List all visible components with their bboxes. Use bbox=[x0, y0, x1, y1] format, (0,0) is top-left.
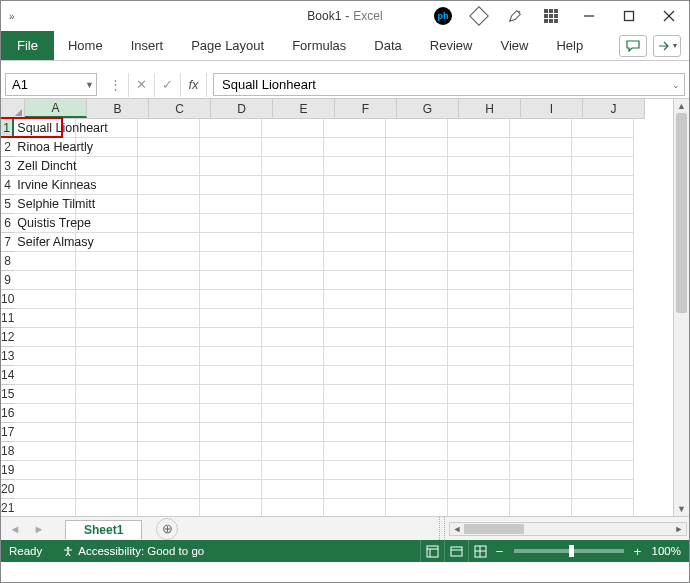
cell-A9[interactable] bbox=[14, 271, 76, 290]
cell-E4[interactable] bbox=[262, 176, 324, 195]
cell-A4[interactable]: Irvine Kinneas bbox=[14, 176, 76, 195]
cell-B4[interactable] bbox=[76, 176, 138, 195]
cell-F8[interactable] bbox=[324, 252, 386, 271]
cell-H16[interactable] bbox=[448, 404, 510, 423]
cell-E11[interactable] bbox=[262, 309, 324, 328]
cell-J21[interactable] bbox=[572, 499, 634, 516]
sheet-nav-next-icon[interactable]: ► bbox=[29, 519, 49, 539]
scroll-right-icon[interactable]: ► bbox=[672, 523, 686, 535]
cell-I12[interactable] bbox=[510, 328, 572, 347]
cell-F11[interactable] bbox=[324, 309, 386, 328]
column-header-F[interactable]: F bbox=[335, 99, 397, 118]
cell-E17[interactable] bbox=[262, 423, 324, 442]
cell-H18[interactable] bbox=[448, 442, 510, 461]
row-header-7[interactable]: 7 bbox=[1, 233, 14, 252]
cell-B11[interactable] bbox=[76, 309, 138, 328]
cell-A8[interactable] bbox=[14, 252, 76, 271]
cell-E6[interactable] bbox=[262, 214, 324, 233]
cell-G5[interactable] bbox=[386, 195, 448, 214]
cell-I13[interactable] bbox=[510, 347, 572, 366]
cell-E1[interactable] bbox=[262, 119, 324, 138]
cell-C10[interactable] bbox=[138, 290, 200, 309]
cell-H17[interactable] bbox=[448, 423, 510, 442]
cell-A21[interactable] bbox=[14, 499, 76, 516]
cell-H11[interactable] bbox=[448, 309, 510, 328]
cell-I21[interactable] bbox=[510, 499, 572, 516]
cell-F19[interactable] bbox=[324, 461, 386, 480]
cell-A5[interactable]: Selphie Tilmitt bbox=[14, 195, 76, 214]
cell-E18[interactable] bbox=[262, 442, 324, 461]
cell-I15[interactable] bbox=[510, 385, 572, 404]
cell-B19[interactable] bbox=[76, 461, 138, 480]
cell-G9[interactable] bbox=[386, 271, 448, 290]
cell-A16[interactable] bbox=[14, 404, 76, 423]
cell-A3[interactable]: Zell Dincht bbox=[14, 157, 76, 176]
cell-C20[interactable] bbox=[138, 480, 200, 499]
fx-icon[interactable]: fx bbox=[181, 73, 207, 97]
row-header-20[interactable]: 20 bbox=[1, 480, 14, 499]
cell-F16[interactable] bbox=[324, 404, 386, 423]
cell-J12[interactable] bbox=[572, 328, 634, 347]
cell-C13[interactable] bbox=[138, 347, 200, 366]
cell-H5[interactable] bbox=[448, 195, 510, 214]
cell-F6[interactable] bbox=[324, 214, 386, 233]
cell-G6[interactable] bbox=[386, 214, 448, 233]
formula-input[interactable]: Squall Lionheart ⌄ bbox=[213, 73, 685, 96]
cell-A18[interactable] bbox=[14, 442, 76, 461]
cell-B18[interactable] bbox=[76, 442, 138, 461]
cell-D21[interactable] bbox=[200, 499, 262, 516]
column-header-B[interactable]: B bbox=[87, 99, 149, 118]
cell-D10[interactable] bbox=[200, 290, 262, 309]
row-header-3[interactable]: 3 bbox=[1, 157, 14, 176]
cell-H7[interactable] bbox=[448, 233, 510, 252]
cell-F18[interactable] bbox=[324, 442, 386, 461]
cell-I16[interactable] bbox=[510, 404, 572, 423]
row-header-13[interactable]: 13 bbox=[1, 347, 14, 366]
cell-G17[interactable] bbox=[386, 423, 448, 442]
column-header-E[interactable]: E bbox=[273, 99, 335, 118]
cell-F3[interactable] bbox=[324, 157, 386, 176]
cell-G3[interactable] bbox=[386, 157, 448, 176]
cell-F20[interactable] bbox=[324, 480, 386, 499]
row-header-12[interactable]: 12 bbox=[1, 328, 14, 347]
sheet-nav-prev-icon[interactable]: ◄ bbox=[5, 519, 25, 539]
tab-help[interactable]: Help bbox=[542, 31, 597, 60]
comments-button[interactable] bbox=[619, 35, 647, 57]
cell-G19[interactable] bbox=[386, 461, 448, 480]
cell-F10[interactable] bbox=[324, 290, 386, 309]
cell-I1[interactable] bbox=[510, 119, 572, 138]
cell-G4[interactable] bbox=[386, 176, 448, 195]
cell-B2[interactable] bbox=[76, 138, 138, 157]
cell-E14[interactable] bbox=[262, 366, 324, 385]
zoom-out-button[interactable]: − bbox=[492, 544, 508, 559]
row-header-9[interactable]: 9 bbox=[1, 271, 14, 290]
column-header-H[interactable]: H bbox=[459, 99, 521, 118]
cell-D9[interactable] bbox=[200, 271, 262, 290]
cell-F13[interactable] bbox=[324, 347, 386, 366]
formula-expand-icon[interactable]: ⌄ bbox=[672, 80, 680, 90]
cell-F5[interactable] bbox=[324, 195, 386, 214]
cell-B10[interactable] bbox=[76, 290, 138, 309]
cell-D17[interactable] bbox=[200, 423, 262, 442]
cell-E19[interactable] bbox=[262, 461, 324, 480]
cell-C6[interactable] bbox=[138, 214, 200, 233]
cell-F17[interactable] bbox=[324, 423, 386, 442]
cell-E16[interactable] bbox=[262, 404, 324, 423]
cell-D5[interactable] bbox=[200, 195, 262, 214]
cell-C17[interactable] bbox=[138, 423, 200, 442]
name-box[interactable]: A1 ▼ bbox=[5, 73, 97, 96]
cell-F14[interactable] bbox=[324, 366, 386, 385]
cell-B5[interactable] bbox=[76, 195, 138, 214]
view-page-layout-button[interactable] bbox=[444, 540, 468, 562]
cell-J13[interactable] bbox=[572, 347, 634, 366]
cell-E13[interactable] bbox=[262, 347, 324, 366]
ribbon-display-icon[interactable] bbox=[533, 1, 569, 31]
cell-I20[interactable] bbox=[510, 480, 572, 499]
name-box-dropdown-icon[interactable]: ▼ bbox=[85, 80, 94, 90]
cell-F15[interactable] bbox=[324, 385, 386, 404]
cell-G8[interactable] bbox=[386, 252, 448, 271]
cell-C16[interactable] bbox=[138, 404, 200, 423]
zoom-slider[interactable] bbox=[514, 549, 624, 553]
cell-B12[interactable] bbox=[76, 328, 138, 347]
cell-C5[interactable] bbox=[138, 195, 200, 214]
